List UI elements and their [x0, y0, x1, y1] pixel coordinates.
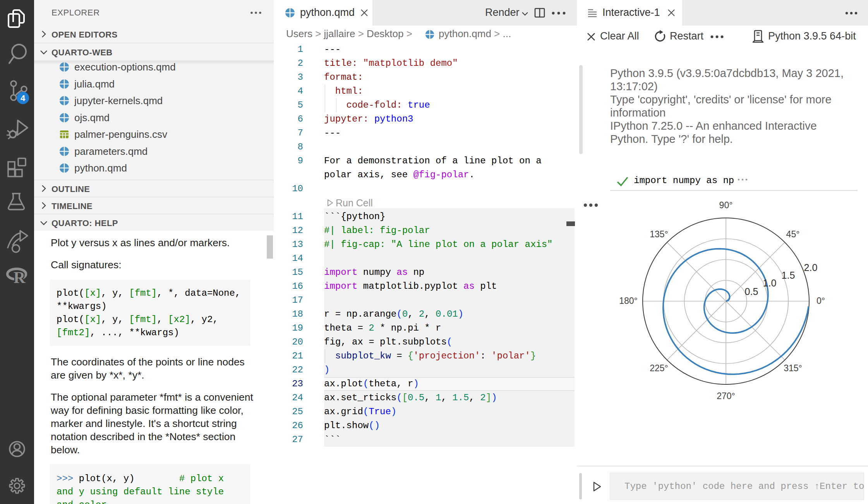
svg-text:45°: 45° — [786, 229, 800, 239]
svg-text:1.0: 1.0 — [763, 278, 777, 288]
svg-text:1.5: 1.5 — [782, 270, 795, 281]
svg-text:270°: 270° — [717, 391, 735, 401]
svg-text:225°: 225° — [650, 363, 668, 373]
svg-text:135°: 135° — [650, 229, 668, 239]
svg-text:180°: 180° — [619, 296, 638, 306]
svg-text:0°: 0° — [817, 296, 825, 306]
svg-text:R: R — [14, 269, 26, 286]
svg-text:4: 4 — [21, 93, 26, 103]
svg-text:315°: 315° — [784, 363, 802, 373]
svg-text:0.5: 0.5 — [745, 286, 758, 297]
svg-text:90°: 90° — [719, 200, 733, 210]
svg-text:2.0: 2.0 — [804, 262, 818, 273]
